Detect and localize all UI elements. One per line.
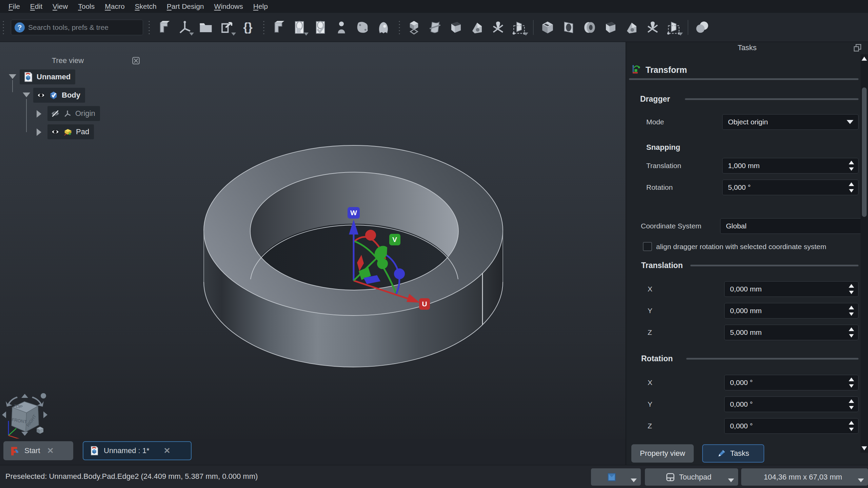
toolbar-button-person[interactable] xyxy=(331,18,352,37)
menu-macro[interactable]: Macro xyxy=(100,2,130,11)
toolbar-drag-handle[interactable] xyxy=(148,19,151,36)
tree-item-label[interactable]: Origin xyxy=(75,109,95,118)
menu-edit[interactable]: Edit xyxy=(25,2,47,11)
toolbar-button-create-body[interactable] xyxy=(403,18,425,37)
toolbar-button-additive-loft[interactable] xyxy=(425,18,446,37)
spin-buttons[interactable] xyxy=(849,161,854,171)
tree-item-label[interactable]: Pad xyxy=(76,127,89,136)
menu-sketch[interactable]: Sketch xyxy=(130,2,162,11)
toolbar-button-pad-part[interactable] xyxy=(268,18,289,37)
spin-buttons[interactable] xyxy=(849,182,854,192)
toolbar-drag-handle[interactable] xyxy=(398,19,401,36)
tab-close-icon[interactable]: ✕ xyxy=(47,446,54,455)
expander-down-icon[interactable] xyxy=(23,93,30,97)
toolbar-drag-handle[interactable] xyxy=(2,19,5,36)
toolbar-button-shape-binder[interactable] xyxy=(352,18,373,37)
spin-buttons[interactable] xyxy=(849,399,854,409)
toolbar-button-pocket[interactable] xyxy=(537,18,558,37)
scrollbar-thumb[interactable] xyxy=(862,87,867,217)
spin-up-icon[interactable] xyxy=(849,161,854,164)
navcube-home-dot[interactable] xyxy=(41,393,46,399)
navcube-mini-cube[interactable] xyxy=(37,427,43,434)
toolbar-button-additive-helix[interactable] xyxy=(488,18,509,37)
tab-document-unnamed[interactable]: Unnamed : 1* ✕ xyxy=(83,441,192,460)
3d-viewport[interactable]: W V U Tree view Unnamed Body xyxy=(0,42,626,465)
toolbar-button-additive-primitive[interactable] xyxy=(509,18,530,37)
spin-buttons[interactable] xyxy=(849,378,854,388)
property-view-button[interactable]: Property view xyxy=(631,444,694,463)
spin-down-icon[interactable] xyxy=(849,384,854,388)
toolbar-button-hole[interactable] xyxy=(558,18,579,37)
translation-y-spinbox[interactable]: 0,000 mm xyxy=(724,303,859,319)
rotation-z-spinbox[interactable]: 0,000 ° xyxy=(724,418,859,434)
menu-tools[interactable]: Tools xyxy=(73,2,100,11)
rotation-x-spinbox[interactable]: 0,000 ° xyxy=(724,375,859,390)
toolbar-button-create-sketch[interactable] xyxy=(289,18,310,37)
draw-style-dropdown[interactable] xyxy=(591,468,641,486)
spin-down-icon[interactable] xyxy=(849,312,854,316)
toolbar-drag-handle[interactable] xyxy=(262,19,266,36)
undock-panel-icon[interactable] xyxy=(853,43,862,52)
dropdown-caret-icon[interactable] xyxy=(189,33,194,36)
dragger-rotate-w-ball[interactable] xyxy=(394,268,405,279)
toolbar-button-groove[interactable] xyxy=(579,18,600,37)
tab-start-label[interactable]: Start xyxy=(24,446,40,455)
spin-up-icon[interactable] xyxy=(849,327,854,331)
3d-scene[interactable]: W V U xyxy=(0,42,626,439)
spin-buttons[interactable] xyxy=(849,327,854,338)
tab-start[interactable]: Start ✕ xyxy=(3,441,73,460)
search-input[interactable] xyxy=(28,23,139,32)
coordinate-system-combobox[interactable]: Global xyxy=(720,218,868,234)
translation-x-spinbox[interactable]: 0,000 mm xyxy=(724,281,859,297)
visibility-eye-icon[interactable] xyxy=(51,127,60,136)
toolbar-button-macro[interactable] xyxy=(237,18,258,37)
spin-up-icon[interactable] xyxy=(849,306,854,309)
dragger-rotate-u-ball[interactable] xyxy=(365,230,376,241)
navcube-arrow-right[interactable] xyxy=(43,411,47,418)
toolbar-button-additive-wedge[interactable] xyxy=(467,18,488,37)
spin-down-icon[interactable] xyxy=(849,334,854,338)
navigation-style-dropdown[interactable]: Touchpad xyxy=(645,468,738,486)
spin-down-icon[interactable] xyxy=(849,167,854,171)
align-dragger-checkbox-label[interactable]: align dragger rotation with selected coo… xyxy=(656,243,867,251)
visibility-eye-slash-icon[interactable] xyxy=(51,109,60,118)
toolbar-button-validate-sketch[interactable] xyxy=(310,18,331,37)
visibility-eye-icon[interactable] xyxy=(37,91,45,100)
toolbar-button-subtractive-helix[interactable] xyxy=(642,18,663,37)
menu-file[interactable]: File xyxy=(3,2,25,11)
spin-down-icon[interactable] xyxy=(849,189,854,192)
transform-section-title[interactable]: Transform xyxy=(646,65,687,75)
spin-up-icon[interactable] xyxy=(849,182,854,186)
view-dimensions-dropdown[interactable]: 104,36 mm x 67,03 mm xyxy=(741,468,868,486)
snap-translation-spinbox[interactable]: 1,000 mm xyxy=(722,158,859,174)
expander-right-icon[interactable] xyxy=(37,128,41,136)
spin-up-icon[interactable] xyxy=(849,284,854,288)
navcube-arrow-left[interactable] xyxy=(2,411,6,418)
scroll-down-icon[interactable] xyxy=(862,446,867,450)
tab-document-label[interactable]: Unnamed : 1* xyxy=(104,446,150,455)
spin-up-icon[interactable] xyxy=(849,399,854,403)
align-dragger-checkbox[interactable] xyxy=(643,242,652,251)
snap-rotation-spinbox[interactable]: 5,000 ° xyxy=(722,180,859,195)
dropdown-caret-icon[interactable] xyxy=(231,33,236,36)
spin-buttons[interactable] xyxy=(849,421,854,431)
toolbar-button-subtractive-wedge[interactable] xyxy=(621,18,642,37)
menu-help[interactable]: Help xyxy=(248,2,273,11)
spin-buttons[interactable] xyxy=(849,306,854,316)
tree-close-icon[interactable] xyxy=(132,56,140,65)
spin-down-icon[interactable] xyxy=(849,291,854,294)
menu-windows[interactable]: Windows xyxy=(209,2,248,11)
toolbar-button-fillet[interactable] xyxy=(692,18,713,37)
dropdown-caret-icon[interactable] xyxy=(678,33,683,36)
panel-scrollbar[interactable] xyxy=(861,54,868,453)
toolbar-button-datum-axis[interactable] xyxy=(174,18,195,37)
toolbar-button-subtractive-box[interactable] xyxy=(600,18,621,37)
spin-buttons[interactable] xyxy=(849,284,854,294)
scroll-up-icon[interactable] xyxy=(862,57,867,61)
tasks-button[interactable]: Tasks xyxy=(702,444,764,463)
toolbar-button-create-part[interactable] xyxy=(153,18,174,37)
toolbar-button-export[interactable] xyxy=(216,18,237,37)
tree-item-label[interactable]: Unnamed xyxy=(37,73,71,81)
toolbar-button-open-folder[interactable] xyxy=(195,18,216,37)
dropdown-caret-icon[interactable] xyxy=(304,33,309,36)
